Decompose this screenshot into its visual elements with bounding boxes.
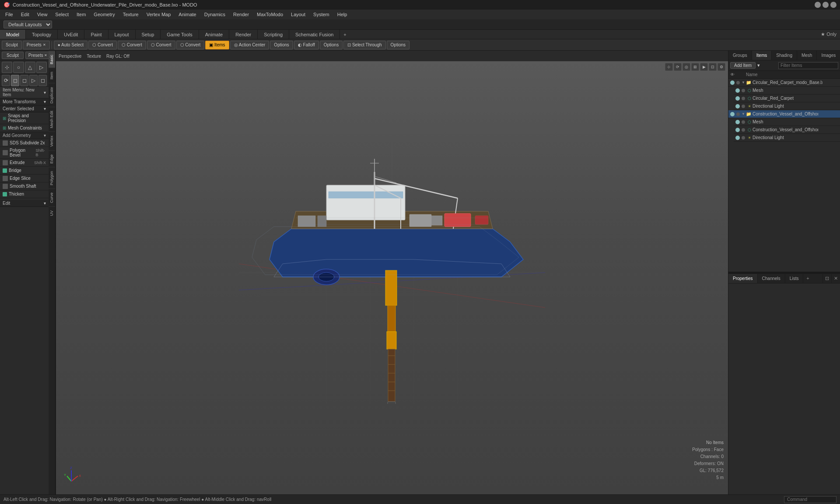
vis-toggle-mesh2[interactable] xyxy=(735,120,740,124)
vtab-uv[interactable]: UV xyxy=(49,206,55,220)
icon-snap[interactable]: ⟳ xyxy=(2,75,10,86)
vtab-basic[interactable]: Basic xyxy=(49,51,55,68)
edge-slice-btn[interactable]: Edge Slice xyxy=(0,175,49,182)
center-selected-row[interactable]: Center Selected ▾ xyxy=(0,105,49,112)
menu-system[interactable]: System xyxy=(310,11,333,18)
rpanel-tab-groups[interactable]: Groups xyxy=(728,51,752,60)
bridge-btn[interactable]: Bridge xyxy=(0,167,49,175)
minimize-btn[interactable] xyxy=(815,2,821,8)
vp-nav-6[interactable]: ⊡ xyxy=(709,63,717,71)
convert-btn-3[interactable]: ⬡ Convert xyxy=(147,41,175,49)
icon-transform[interactable]: ▷ xyxy=(36,62,47,73)
viewport[interactable]: Perspective Texture Ray GL: Off ⊹ ⟳ ◎ ⊞ … xyxy=(56,51,728,494)
vp-nav-5[interactable]: ▶ xyxy=(700,63,708,71)
item-menu-dropdown[interactable]: Item Menu: New Item ▾ xyxy=(0,87,49,98)
snaps-precision-btn[interactable]: ⊞ Snaps and Precision xyxy=(0,112,49,124)
options-btn-1[interactable]: Options xyxy=(270,41,293,49)
vp-nav-1[interactable]: ⊹ xyxy=(665,63,673,71)
vis-toggle-dirlight1[interactable] xyxy=(735,104,740,108)
vis-toggle-1[interactable] xyxy=(730,80,735,85)
extrude-btn[interactable]: Extrude Shift-X xyxy=(0,159,49,167)
polygon-bevel-btn[interactable]: Polygon Bevel Shift-B xyxy=(0,147,49,159)
props-tab-add[interactable]: + xyxy=(803,273,812,283)
mesh-constraints-btn[interactable]: ⊞ Mesh Constraints xyxy=(0,124,49,132)
vis-circle-dirlight2[interactable] xyxy=(742,136,745,140)
vtab-mesh-edit[interactable]: Mesh Edit xyxy=(49,107,55,132)
menu-render[interactable]: Render xyxy=(230,11,252,18)
icon-knife[interactable]: ▷ xyxy=(29,75,38,86)
presets-btn[interactable]: Presets ✕ xyxy=(23,41,50,49)
presets-left-btn[interactable]: Presets ✕ xyxy=(25,52,49,59)
options-btn-3[interactable]: Options xyxy=(387,41,410,49)
tab-scripting[interactable]: Scripting xyxy=(258,30,289,39)
item-row-circular-carpet[interactable]: ⬡ Circular_Red_Carpet xyxy=(734,94,840,102)
vis-toggle-mesh1[interactable] xyxy=(735,88,740,93)
menu-item[interactable]: Item xyxy=(73,11,89,18)
icon-select[interactable]: ◻ xyxy=(11,75,19,86)
icon-rotate[interactable]: ○ xyxy=(13,62,24,73)
tab-schematic-fusion[interactable]: Schematic Fusion xyxy=(289,30,340,39)
menu-select[interactable]: Select xyxy=(52,11,72,18)
item-row-construction-und[interactable]: ⬡ Construction_Vessel_and_Offshore_Und..… xyxy=(734,126,840,134)
menu-geometry[interactable]: Geometry xyxy=(90,11,118,18)
props-tab-lists[interactable]: Lists xyxy=(785,274,804,283)
rpanel-tab-mesh[interactable]: Mesh xyxy=(797,51,817,60)
vis-circle-construction-und[interactable] xyxy=(742,128,745,132)
select-through-btn[interactable]: ⊡ Select Through xyxy=(343,41,385,49)
tab-setup[interactable]: Setup xyxy=(136,30,161,39)
vp-nav-3[interactable]: ◎ xyxy=(682,63,690,71)
tab-add-btn[interactable]: + xyxy=(340,30,350,39)
vis-circle-construction[interactable] xyxy=(736,112,740,116)
menu-view[interactable]: View xyxy=(34,11,51,18)
vtab-edge[interactable]: Edge xyxy=(49,150,55,167)
transforms-dropdown[interactable]: More Transforms ▾ xyxy=(0,98,49,105)
tab-render[interactable]: Render xyxy=(229,30,258,39)
tab-paint[interactable]: Paint xyxy=(84,30,108,39)
tab-topology[interactable]: Topology xyxy=(26,30,58,39)
convert-btn-1[interactable]: ⬡ Convert xyxy=(88,41,117,49)
convert-btn-2[interactable]: ⬡ Convert xyxy=(118,41,146,49)
item-row-construction[interactable]: ▼ 📁 Construction_Vessel_and_Offshore_... xyxy=(728,110,840,118)
item-row-circular-base[interactable]: ▼ 📁 Circular_Red_Carpet_modo_Base.lxo xyxy=(728,79,840,87)
action-center-btn[interactable]: ◎ Action Center xyxy=(230,41,270,49)
props-tab-channels[interactable]: Channels xyxy=(758,274,785,283)
menu-vertex-map[interactable]: Vertex Map xyxy=(143,11,175,18)
falloff-btn[interactable]: ◐ Falloff xyxy=(294,41,319,49)
tab-game-tools[interactable]: Game Tools xyxy=(161,30,199,39)
vis-circle-carpet[interactable] xyxy=(742,97,745,100)
vis-toggle-construction-und[interactable] xyxy=(735,128,740,132)
thicken-btn[interactable]: Thicken xyxy=(0,190,49,198)
add-item-btn[interactable]: Add Item xyxy=(730,62,756,69)
props-tab-properties[interactable]: Properties xyxy=(728,274,758,283)
vis-circle-2[interactable] xyxy=(736,81,740,84)
props-icon-close[interactable]: ✕ xyxy=(831,273,840,283)
rpanel-tab-images[interactable]: Images xyxy=(817,51,840,60)
vtab-duplicate[interactable]: Duplicate xyxy=(49,83,55,107)
vp-nav-7[interactable]: ⚙ xyxy=(718,63,725,71)
vp-nav-4[interactable]: ⊞ xyxy=(691,63,699,71)
command-input[interactable] xyxy=(784,496,836,503)
options-btn-2[interactable]: Options xyxy=(320,41,343,49)
vis-toggle-carpet[interactable] xyxy=(735,96,740,101)
filter-items-input[interactable] xyxy=(778,62,838,69)
icon-move[interactable]: ⊹ xyxy=(2,62,12,73)
menu-animate[interactable]: Animate xyxy=(175,11,200,18)
item-row-mesh1[interactable]: ⬡ Mesh xyxy=(734,87,840,94)
menu-help[interactable]: Help xyxy=(334,11,351,18)
menu-dynamics[interactable]: Dynamics xyxy=(201,11,229,18)
edit-dropdown[interactable]: Edit ▾ xyxy=(0,200,49,207)
add-geometry-header[interactable]: Add Geometry ▾ xyxy=(0,132,49,139)
menu-edit[interactable]: Edit xyxy=(18,11,33,18)
vp-nav-2[interactable]: ⟳ xyxy=(674,63,682,71)
sds-subdivide-btn[interactable]: SDS Subdivide 2x xyxy=(0,139,49,147)
icon-paint[interactable]: ◻ xyxy=(20,75,28,86)
title-bar-controls[interactable] xyxy=(815,2,836,8)
add-item-dropdown[interactable]: ▾ xyxy=(757,63,777,68)
close-btn[interactable] xyxy=(830,2,836,8)
item-row-mesh2[interactable]: ⬡ Mesh xyxy=(734,118,840,126)
sculpt-btn[interactable]: Sculpt xyxy=(2,41,22,49)
tab-star[interactable]: ★ Only xyxy=(817,32,840,37)
rpanel-tab-shading[interactable]: Shading xyxy=(772,51,797,60)
tab-model[interactable]: Model xyxy=(0,30,26,39)
menu-layout[interactable]: Layout xyxy=(287,11,309,18)
